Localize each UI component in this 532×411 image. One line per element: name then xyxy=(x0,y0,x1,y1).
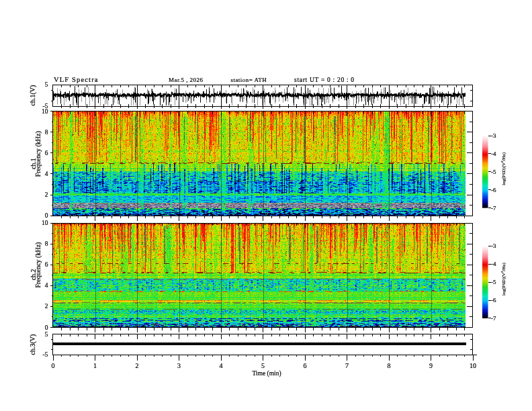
svg-text:10: 10 xyxy=(42,220,48,226)
svg-text:6: 6 xyxy=(45,261,48,268)
svg-text:Frequency (kHz): Frequency (kHz) xyxy=(34,131,42,177)
svg-text:5: 5 xyxy=(45,331,48,338)
svg-text:log(PSD)(V2/Hz): log(PSD)(V2/Hz) xyxy=(500,263,506,295)
svg-text:3: 3 xyxy=(177,362,181,369)
svg-text:start UT = 0 : 20 : 0: start UT = 0 : 20 : 0 xyxy=(294,77,355,83)
svg-text:Mar.5 , 2026: Mar.5 , 2026 xyxy=(169,77,203,83)
svg-text:-7: -7 xyxy=(491,205,496,212)
svg-text:2: 2 xyxy=(45,191,48,198)
svg-text:-5: -5 xyxy=(43,351,48,358)
svg-text:9: 9 xyxy=(429,362,433,369)
svg-text:ch.1(V): ch.1(V) xyxy=(29,85,37,106)
svg-text:Frequency (kHz): Frequency (kHz) xyxy=(34,242,42,288)
svg-text:8: 8 xyxy=(388,362,391,369)
svg-text:10: 10 xyxy=(42,108,48,115)
svg-text:-3: -3 xyxy=(491,132,496,139)
svg-text:8: 8 xyxy=(45,240,48,247)
svg-text:Time (min): Time (min) xyxy=(252,370,281,377)
svg-text:-5: -5 xyxy=(491,279,496,285)
svg-text:2: 2 xyxy=(45,303,48,310)
svg-text:-5: -5 xyxy=(491,169,496,175)
svg-text:-4: -4 xyxy=(491,261,496,267)
svg-text:4: 4 xyxy=(45,171,48,177)
svg-text:ch.3(V): ch.3(V) xyxy=(29,334,37,355)
svg-text:4: 4 xyxy=(45,282,48,289)
svg-text:6: 6 xyxy=(304,362,307,369)
svg-text:6: 6 xyxy=(45,150,48,156)
svg-text:8: 8 xyxy=(45,129,48,136)
svg-text:-6: -6 xyxy=(491,187,496,193)
svg-text:5: 5 xyxy=(261,362,265,369)
svg-text:VLF Spectra: VLF Spectra xyxy=(54,76,99,83)
svg-text:0: 0 xyxy=(45,212,48,219)
svg-text:-7: -7 xyxy=(491,315,496,322)
svg-text:10: 10 xyxy=(470,362,476,369)
svg-text:4: 4 xyxy=(220,362,223,369)
svg-text:2: 2 xyxy=(136,362,139,369)
svg-text:log(PSD)(V2/Hz): log(PSD)(V2/Hz) xyxy=(500,152,506,185)
svg-text:5: 5 xyxy=(45,81,48,88)
svg-text:0: 0 xyxy=(52,362,55,369)
svg-text:0: 0 xyxy=(45,324,48,331)
svg-text:station= ATH: station= ATH xyxy=(231,77,267,83)
svg-text:-3: -3 xyxy=(491,242,496,249)
svg-text:1: 1 xyxy=(93,362,97,369)
svg-text:-6: -6 xyxy=(491,297,496,304)
svg-text:-4: -4 xyxy=(491,150,496,157)
svg-text:7: 7 xyxy=(345,362,349,369)
